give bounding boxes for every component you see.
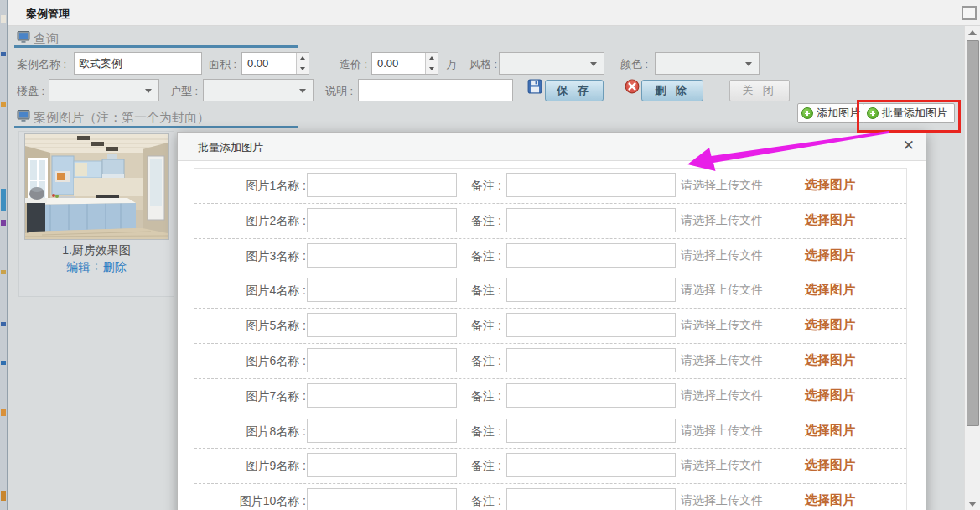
note-label: 备注 :	[471, 424, 501, 440]
upload-hint-text: 请选择上传文件	[681, 248, 763, 263]
image-name-input[interactable]	[307, 383, 457, 408]
choose-image-link[interactable]: 选择图片	[805, 177, 855, 193]
image-name-input[interactable]	[307, 313, 457, 337]
delete-link[interactable]: 删除	[103, 260, 127, 273]
image-upload-row: 图片4名称 : 备注 : 请选择上传文件 选择图片	[194, 273, 906, 309]
note-label: 备注 :	[471, 354, 501, 369]
cost-label: 造价 :	[340, 57, 367, 72]
note-label: 备注 :	[471, 214, 501, 229]
vertical-scrollbar[interactable]	[964, 26, 980, 510]
kitchen-thumbnail-image[interactable]	[24, 133, 169, 240]
image-name-input[interactable]	[307, 243, 457, 268]
plus-icon	[867, 107, 879, 119]
chevron-down-icon	[299, 89, 306, 93]
case-image-card[interactable]: 1.厨房效果图 编辑∶删除	[18, 131, 174, 297]
choose-image-link[interactable]: 选择图片	[805, 247, 855, 263]
chevron-down-icon	[745, 62, 752, 66]
image-name-input[interactable]	[307, 278, 457, 302]
image-upload-row: 图片5名称 : 备注 : 请选择上传文件 选择图片	[194, 309, 906, 344]
color-select[interactable]	[655, 52, 760, 75]
upload-hint-text: 请选择上传文件	[681, 318, 763, 333]
image-name-label: 图片9名称 :	[246, 459, 306, 474]
link-separator: ∶	[95, 260, 98, 273]
upload-hint-text: 请选择上传文件	[681, 213, 763, 228]
close-icon[interactable]: ✕	[903, 138, 915, 154]
monitor-icon	[17, 31, 30, 43]
image-name-input[interactable]	[307, 208, 457, 232]
image-upload-row: 图片2名称 : 备注 : 请选择上传文件 选择图片	[194, 204, 906, 239]
spin-up-icon[interactable]	[426, 53, 438, 65]
scroll-up-icon[interactable]	[968, 30, 977, 35]
batch-add-image-button[interactable]: 批量添加图片	[863, 103, 955, 123]
note-input[interactable]	[506, 383, 676, 408]
upload-hint-text: 请选择上传文件	[681, 353, 763, 368]
note-input[interactable]	[506, 208, 676, 232]
image-name-input[interactable]	[307, 419, 457, 443]
note-input[interactable]	[506, 419, 676, 443]
app-window: 案例管理 查询 案例名称 : 面积 : 0.00 造价 : 0.00 万 风格 …	[0, 0, 980, 510]
delete-button[interactable]: 删 除	[641, 80, 703, 101]
image-name-input[interactable]	[307, 173, 457, 197]
style-label: 风格 :	[469, 57, 497, 72]
image-name-input[interactable]	[307, 453, 457, 477]
monitor-icon	[17, 110, 30, 122]
note-input[interactable]	[506, 243, 676, 268]
image-name-label: 图片8名称 :	[246, 424, 306, 440]
query-section-underline	[14, 45, 298, 48]
area-spinner[interactable]: 0.00	[241, 52, 309, 75]
house-type-select[interactable]	[203, 79, 314, 101]
image-name-label: 图片5名称 :	[246, 319, 306, 334]
choose-image-link[interactable]: 选择图片	[805, 388, 855, 403]
cost-spinner[interactable]: 0.00	[371, 52, 438, 75]
image-upload-row: 图片6名称 : 备注 : 请选择上传文件 选择图片	[194, 344, 906, 379]
image-name-input[interactable]	[307, 488, 457, 510]
add-image-button[interactable]: 添加图片	[797, 103, 868, 123]
building-select[interactable]	[49, 79, 159, 101]
save-button[interactable]: 保 存	[545, 80, 604, 101]
note-input[interactable]	[506, 313, 676, 337]
house-type-label: 户型 :	[170, 84, 198, 99]
spin-up-icon[interactable]	[297, 53, 309, 65]
choose-image-link[interactable]: 选择图片	[805, 457, 855, 473]
note-label: 备注 :	[471, 389, 501, 404]
image-name-label: 图片4名称 :	[246, 284, 306, 299]
choose-image-link[interactable]: 选择图片	[805, 492, 855, 508]
note-input[interactable]	[506, 278, 676, 302]
note-input[interactable]	[506, 348, 676, 372]
choose-image-link[interactable]: 选择图片	[805, 317, 855, 333]
note-label: 备注 :	[471, 249, 501, 264]
note-input[interactable]	[506, 453, 676, 477]
title-bar: 案例管理	[8, 0, 980, 26]
images-section-underline	[14, 126, 298, 128]
upload-hint-text: 请选择上传文件	[681, 283, 763, 298]
spin-down-icon[interactable]	[297, 64, 309, 75]
choose-image-link[interactable]: 选择图片	[805, 352, 855, 368]
image-name-input[interactable]	[307, 348, 457, 372]
choose-image-link[interactable]: 选择图片	[805, 212, 855, 228]
style-select[interactable]	[499, 52, 604, 75]
close-button[interactable]: 关 闭	[729, 80, 790, 101]
note-label: 备注 :	[471, 319, 501, 334]
dialog-rows-panel: 图片1名称 : 备注 : 请选择上传文件 选择图片 图片2名称 : 备注 : 请…	[194, 168, 907, 510]
choose-image-link[interactable]: 选择图片	[805, 423, 855, 439]
scroll-down-icon[interactable]	[968, 502, 977, 507]
save-floppy-icon	[527, 79, 542, 94]
image-name-label: 图片1名称 :	[246, 179, 306, 194]
image-upload-row: 图片9名称 : 备注 : 请选择上传文件 选择图片	[194, 449, 906, 484]
choose-image-link[interactable]: 选择图片	[805, 282, 855, 298]
upload-hint-text: 请选择上传文件	[681, 493, 763, 508]
chevron-down-icon	[590, 62, 597, 66]
spin-down-icon[interactable]	[426, 64, 438, 75]
scrollbar-thumb[interactable]	[967, 40, 979, 426]
case-name-input[interactable]	[74, 52, 202, 75]
description-input[interactable]	[358, 79, 513, 101]
image-upload-row: 图片3名称 : 备注 : 请选择上传文件 选择图片	[194, 239, 906, 274]
edit-link[interactable]: 编辑	[66, 260, 90, 273]
cost-unit-label: 万	[446, 57, 457, 72]
note-input[interactable]	[506, 488, 676, 510]
note-input[interactable]	[506, 173, 676, 197]
image-name-label: 图片3名称 :	[246, 249, 306, 264]
window-control-icon[interactable]	[962, 6, 977, 20]
image-name-label: 图片10名称 :	[240, 494, 306, 509]
case-name-label: 案例名称 :	[17, 57, 66, 72]
